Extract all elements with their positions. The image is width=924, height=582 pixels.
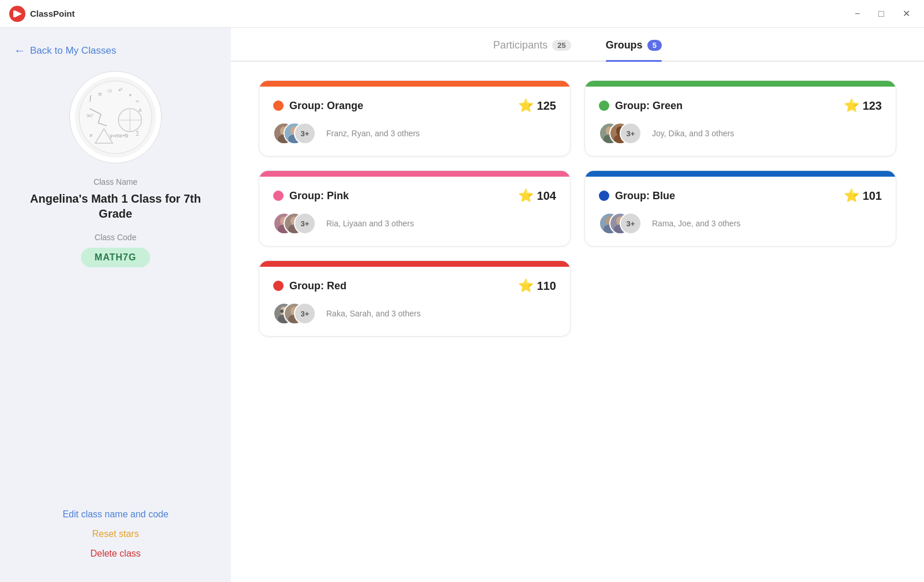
avatars-row-red: 3+: [273, 303, 310, 324]
group-stars-value-blue: 101: [863, 189, 882, 203]
group-card-pink[interactable]: Group: Pink ⭐ 104: [259, 170, 571, 247]
groups-container: Group: Orange ⭐ 125: [231, 62, 924, 582]
tab-groups-count: 5: [647, 40, 662, 51]
svg-text:x²: x²: [118, 87, 122, 92]
svg-text:Δ: Δ: [139, 107, 142, 113]
group-header-orange: Group: Orange ⭐ 125: [273, 98, 556, 113]
svg-text:y=mx+b: y=mx+b: [110, 133, 128, 139]
group-members-green: 3+ Joy, Dika, and 3 others: [599, 122, 882, 144]
app-name-label: ClassPoint: [30, 9, 75, 18]
group-dot-orange: [273, 100, 284, 111]
reset-stars-link[interactable]: Reset stars: [92, 529, 139, 539]
tab-participants-label: Participants: [493, 39, 547, 51]
svg-text:∞: ∞: [136, 99, 139, 104]
class-name-value: Angelina's Math 1 Class for 7th Grade: [14, 191, 217, 221]
class-name-label: Class Name: [94, 177, 137, 186]
star-icon-orange: ⭐: [518, 98, 534, 113]
sidebar-actions: Edit class name and code Reset stars Del…: [14, 509, 217, 568]
minimize-button[interactable]: −: [850, 6, 865, 21]
group-stars-pink: ⭐ 104: [518, 188, 556, 203]
avatar-more-green: 3+: [620, 122, 642, 144]
group-card-body-green: Group: Green ⭐ 123: [585, 87, 896, 156]
svg-text:∑: ∑: [136, 130, 139, 136]
group-name-red: Group: Red: [289, 280, 346, 292]
class-avatar-doodle: ∫ π √2 x² + ∞ Δ 90° y=mx+b ≠ ∑: [78, 80, 153, 155]
group-name-green: Group: Green: [615, 100, 683, 112]
group-stars-value-red: 110: [537, 279, 556, 293]
back-arrow-icon: ←: [14, 44, 25, 57]
group-card-top-green: [585, 81, 896, 87]
avatar-more-orange: 3+: [294, 122, 316, 144]
group-name-row-orange: Group: Orange: [273, 100, 363, 112]
group-name-row-green: Group: Green: [599, 100, 683, 112]
group-stars-value-orange: 125: [537, 99, 556, 113]
avatars-row-blue: 3+: [599, 212, 636, 234]
group-header-pink: Group: Pink ⭐ 104: [273, 188, 556, 203]
group-dot-red: [273, 281, 284, 291]
group-card-green[interactable]: Group: Green ⭐ 123: [584, 80, 896, 156]
svg-rect-2: [13, 10, 15, 17]
class-code-label: Class Code: [95, 233, 136, 242]
group-stars-green: ⭐ 123: [844, 98, 882, 113]
group-members-blue: 3+ Rama, Joe, and 3 others: [599, 212, 882, 234]
tab-participants[interactable]: Participants 25: [493, 39, 571, 61]
members-text-red: Raka, Sarah, and 3 others: [326, 309, 420, 318]
group-name-orange: Group: Orange: [289, 100, 363, 112]
group-name-row-pink: Group: Pink: [273, 190, 349, 202]
groups-grid: Group: Orange ⭐ 125: [259, 80, 896, 247]
group-card-red[interactable]: Group: Red ⭐ 110: [259, 260, 571, 337]
group-header-green: Group: Green ⭐ 123: [599, 98, 882, 113]
group-name-blue: Group: Blue: [615, 190, 675, 202]
groups-bottom-row: Group: Red ⭐ 110: [259, 260, 896, 337]
avatars-row-orange: 3+: [273, 122, 310, 144]
titlebar: ClassPoint − □ ✕: [0, 0, 924, 28]
sidebar: ← Back to My Classes ∫ π √2 x² + ∞ Δ: [0, 28, 231, 582]
close-button[interactable]: ✕: [898, 6, 915, 21]
back-link-label: Back to My Classes: [30, 45, 116, 57]
tab-groups-label: Groups: [606, 39, 643, 51]
group-card-blue[interactable]: Group: Blue ⭐ 101: [584, 170, 896, 247]
window-controls[interactable]: − □ ✕: [850, 6, 915, 21]
edit-class-link[interactable]: Edit class name and code: [62, 509, 168, 520]
avatars-row-pink: 3+: [273, 212, 310, 234]
star-icon-pink: ⭐: [518, 188, 534, 203]
tab-groups[interactable]: Groups 5: [606, 39, 662, 61]
group-card-top-blue: [585, 171, 896, 177]
tab-participants-count: 25: [552, 40, 571, 51]
avatar-more-blue: 3+: [620, 212, 642, 234]
members-text-pink: Ria, Liyaan and 3 others: [326, 219, 414, 228]
group-card-top-orange: [259, 81, 570, 87]
avatar-more-pink: 3+: [294, 212, 316, 234]
group-card-body-blue: Group: Blue ⭐ 101: [585, 177, 896, 246]
group-stars-blue: ⭐ 101: [844, 188, 882, 203]
app-logo-icon: [9, 6, 25, 22]
group-card-body-red: Group: Red ⭐ 110: [259, 267, 570, 336]
delete-class-link[interactable]: Delete class: [90, 549, 140, 559]
star-icon-green: ⭐: [844, 98, 859, 113]
svg-text:≠: ≠: [90, 132, 93, 139]
group-header-red: Group: Red ⭐ 110: [273, 278, 556, 293]
group-members-pink: 3+ Ria, Liyaan and 3 others: [273, 212, 556, 234]
group-header-blue: Group: Blue ⭐ 101: [599, 188, 882, 203]
svg-text:√2: √2: [107, 88, 112, 94]
avatars-row-green: 3+: [599, 122, 636, 144]
group-card-top-red: [259, 261, 570, 267]
group-name-pink: Group: Pink: [289, 190, 349, 202]
members-text-orange: Franz, Ryan, and 3 others: [326, 129, 420, 138]
group-stars-red: ⭐ 110: [518, 278, 556, 293]
group-stars-value-pink: 104: [537, 189, 556, 203]
group-stars-value-green: 123: [863, 99, 882, 113]
svg-text:90°: 90°: [87, 113, 94, 118]
group-card-orange[interactable]: Group: Orange ⭐ 125: [259, 80, 571, 156]
svg-text:π: π: [98, 91, 102, 97]
maximize-button[interactable]: □: [874, 6, 889, 21]
group-dot-pink: [273, 191, 284, 201]
back-to-classes-link[interactable]: ← Back to My Classes: [14, 28, 116, 71]
group-dot-blue: [599, 191, 609, 201]
group-members-red: 3+ Raka, Sarah, and 3 others: [273, 303, 556, 324]
class-avatar: ∫ π √2 x² + ∞ Δ 90° y=mx+b ≠ ∑: [69, 71, 162, 163]
members-text-green: Joy, Dika, and 3 others: [652, 129, 734, 138]
members-text-blue: Rama, Joe, and 3 others: [652, 219, 740, 228]
group-name-row-red: Group: Red: [273, 280, 346, 292]
class-code-badge: MATH7G: [81, 248, 150, 267]
